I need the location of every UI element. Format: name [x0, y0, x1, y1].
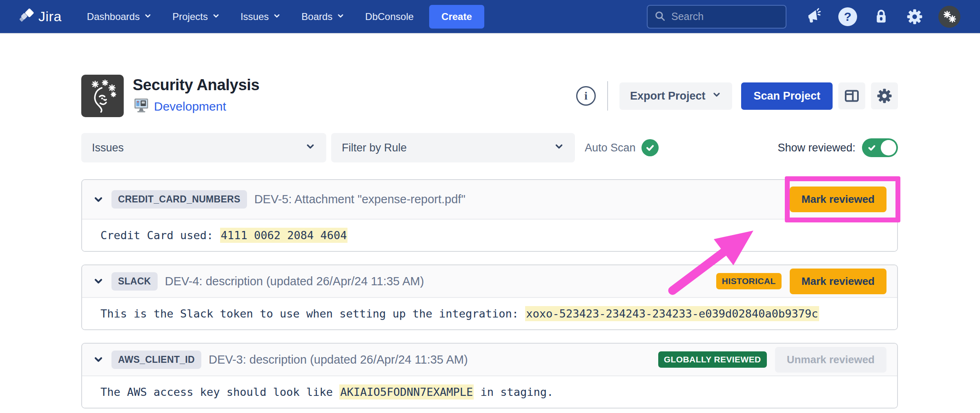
finding-title: DEV-5: Attachment "expense-report.pdf" [254, 193, 466, 206]
project-link[interactable]: Development [154, 100, 226, 113]
globally-reviewed-badge: GLOBALLY REVIEWED [658, 351, 767, 368]
nav-item-dashboards[interactable]: Dashboards [87, 11, 152, 22]
expand-chevron-icon[interactable] [93, 275, 104, 287]
unmark-reviewed-button[interactable]: Unmark reviewed [775, 347, 886, 373]
nav-item-issues[interactable]: Issues [241, 11, 281, 22]
details-panel-icon[interactable] [838, 82, 865, 109]
avatar[interactable] [938, 6, 960, 28]
chevron-down-icon [305, 141, 316, 155]
show-reviewed-toggle[interactable] [862, 138, 898, 157]
title-block: Security Analysis [133, 76, 259, 116]
scan-project-button[interactable]: Scan Project [741, 82, 833, 110]
chevron-down-icon [336, 11, 345, 22]
expand-chevron-icon[interactable] [93, 194, 104, 205]
nav-item-dbconsole[interactable]: DbConsole [365, 11, 414, 22]
chevron-down-icon [712, 90, 722, 102]
secret-highlight: 4111 0062 2084 4604 [220, 228, 348, 243]
jira-logo-text: Jira [38, 9, 62, 24]
gear-icon[interactable] [905, 7, 924, 27]
export-project-button[interactable]: Export Project [619, 82, 733, 110]
nav-item-projects[interactable]: Projects [172, 11, 220, 22]
filter-by-rule-dropdown[interactable]: Filter by Rule [331, 133, 575, 162]
mark-reviewed-button[interactable]: Mark reviewed [790, 269, 886, 294]
breadcrumb: Development [133, 97, 259, 116]
finding-row: AWS_CLIENT_ID DEV-3: description (update… [81, 343, 898, 409]
mark-reviewed-button[interactable]: Mark reviewed [790, 187, 886, 212]
historical-badge: HISTORICAL [716, 273, 782, 289]
finding-content: This is the Slack token to use when sett… [82, 298, 897, 329]
search-input[interactable]: Search [647, 5, 786, 29]
search-placeholder: Search [671, 11, 704, 22]
rule-badge: CREDIT_CARD_NUMBERS [111, 190, 247, 209]
finding-title: DEV-3: description (updated 26/Apr/24 11… [209, 353, 468, 366]
show-reviewed-control: Show reviewed: [777, 138, 898, 157]
expand-chevron-icon[interactable] [93, 354, 104, 365]
nav-item-boards[interactable]: Boards [301, 11, 345, 22]
megaphone-icon[interactable] [804, 7, 824, 27]
finding-content: The AWS access key should look like AKIA… [82, 376, 897, 408]
settings-gear-icon[interactable] [871, 82, 898, 109]
lock-icon[interactable] [871, 7, 891, 27]
filter-row: Issues Filter by Rule Auto Scan Show rev… [81, 133, 898, 162]
finding-header: SLACK DEV-4: description (updated 26/Apr… [82, 265, 897, 298]
auto-scan-check-icon[interactable] [641, 139, 659, 156]
chevron-down-icon [273, 11, 281, 22]
chevron-down-icon [554, 141, 564, 155]
issues-dropdown[interactable]: Issues [81, 133, 326, 162]
page-header-left: Security Analysis [81, 75, 259, 117]
dev-environment-icon [133, 97, 150, 116]
chevron-down-icon [144, 11, 152, 22]
nav-menu: Dashboards Projects Issues Boards DbCons… [87, 11, 414, 22]
secret-highlight: AKIAIO5FODNN7EXAMPLE [339, 384, 474, 400]
jira-logo[interactable]: Jira [20, 9, 62, 25]
finding-header: AWS_CLIENT_ID DEV-3: description (update… [82, 344, 897, 376]
search-icon [654, 10, 666, 23]
page-title: Security Analysis [133, 76, 259, 94]
create-button[interactable]: Create [429, 5, 484, 29]
auto-scan-status: Auto Scan [585, 139, 659, 156]
rule-badge: AWS_CLIENT_ID [111, 351, 201, 369]
jira-logo-icon [20, 9, 34, 25]
divider [607, 81, 608, 111]
finding-header: CREDIT_CARD_NUMBERS DEV-5: Attachment "e… [82, 180, 897, 220]
finding-content: Credit Card used: 4111 0062 2084 4604 [82, 220, 897, 251]
rule-badge: SLACK [111, 272, 158, 291]
secret-highlight: xoxo-523423-234243-234233-e039d02840a0b9… [525, 306, 819, 321]
finding-row: SLACK DEV-4: description (updated 26/Apr… [81, 264, 898, 330]
project-avatar [81, 75, 124, 117]
question-mark-glyph [838, 7, 857, 26]
info-icon[interactable] [576, 86, 596, 106]
chevron-down-icon [212, 11, 220, 22]
finding-title: DEV-4: description (updated 26/Apr/24 11… [165, 275, 424, 288]
finding-row: CREDIT_CARD_NUMBERS DEV-5: Attachment "e… [81, 179, 898, 252]
auto-scan-label: Auto Scan [585, 142, 636, 154]
help-icon[interactable] [838, 7, 858, 27]
main-content: Security Analysis [81, 75, 898, 409]
top-navbar: Jira Dashboards Projects Issues Boards D… [0, 0, 980, 34]
findings-list: CREDIT_CARD_NUMBERS DEV-5: Attachment "e… [81, 179, 898, 409]
toggle-knob [881, 140, 896, 155]
show-reviewed-label: Show reviewed: [777, 142, 855, 154]
page-header-actions: Export Project Scan Project [576, 81, 898, 111]
page-header: Security Analysis [81, 75, 898, 117]
check-icon [867, 143, 876, 152]
